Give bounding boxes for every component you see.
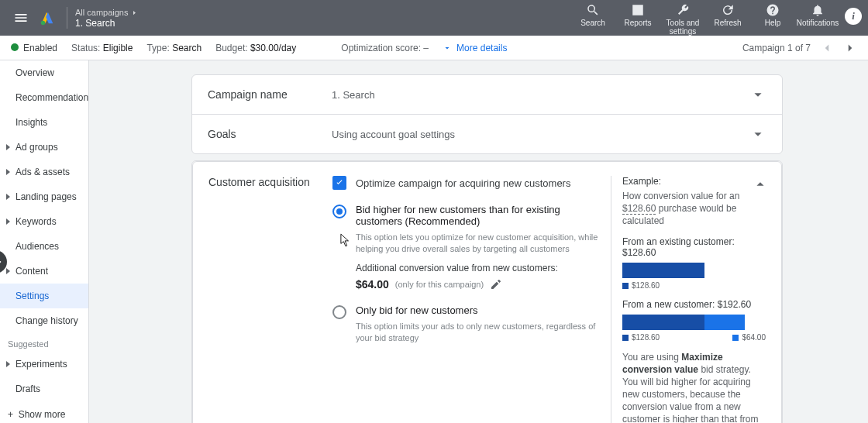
mouse-cursor-icon — [340, 233, 351, 247]
status: Status: Eligible — [71, 43, 133, 53]
example-desc: How conversion value for an $128.60 purc… — [622, 190, 766, 227]
chevron-down-icon[interactable] — [749, 86, 766, 103]
tool-search[interactable]: Search — [570, 3, 615, 27]
optimization-score: Optimization score: – — [341, 43, 429, 53]
sidebar-show-more[interactable]: + Show more — [0, 401, 88, 423]
prev-campaign-button — [820, 41, 834, 55]
sidebar-item-ad-groups[interactable]: Ad groups — [0, 135, 88, 160]
tool-reports[interactable]: Reports — [615, 3, 660, 27]
existing-bar: $128.60 — [622, 263, 766, 290]
goals-row[interactable]: Goals Using account goal settings — [192, 114, 782, 153]
sidebar-item-overview[interactable]: Overview — [0, 60, 88, 85]
menu-icon[interactable] — [6, 0, 36, 36]
status-dot-icon — [11, 43, 19, 51]
sidebar-item-landing-pages[interactable]: Landing pages — [0, 184, 88, 209]
campaign-pager-text: Campaign 1 of 7 — [742, 43, 811, 53]
left-sidebar: Overview Recommendations Insights Ad gro… — [0, 60, 89, 423]
tool-help[interactable]: Help — [750, 3, 795, 27]
example-note: You are using Maximize conversion value … — [622, 351, 766, 423]
edit-icon[interactable] — [490, 278, 502, 291]
divider — [67, 7, 67, 29]
settings-panels: Campaign name 1. Search Goals Using acco… — [191, 74, 783, 154]
sidebar-suggested-label: Suggested — [0, 333, 88, 352]
sidebar-item-keywords[interactable]: Keywords — [0, 209, 88, 234]
optimize-checkbox-row[interactable]: Optimize campaign for acquiring new cust… — [332, 176, 601, 190]
bar-chart-icon — [631, 3, 645, 17]
chevron-right-icon — [0, 257, 5, 267]
refresh-icon — [721, 3, 735, 17]
card-options: Optimize campaign for acquiring new cust… — [332, 176, 611, 423]
campaign-name-row[interactable]: Campaign name 1. Search — [192, 75, 782, 114]
sidebar-item-experiments[interactable]: Experiments — [0, 352, 88, 377]
more-details-toggle[interactable]: More details — [443, 43, 507, 53]
google-ads-logo — [36, 0, 59, 36]
customer-acquisition-card: Customer acquisition Optimize campaign f… — [191, 160, 783, 423]
svg-point-0 — [41, 21, 46, 25]
wrench-icon — [676, 3, 690, 17]
chevron-right-icon — [131, 9, 138, 16]
main-content: Campaign name 1. Search Goals Using acco… — [89, 60, 868, 423]
chevron-down-icon[interactable] — [749, 126, 766, 143]
option-only-new-row[interactable]: Only bid for new customers This option l… — [332, 304, 601, 344]
search-icon — [586, 3, 600, 17]
sidebar-item-audiences[interactable]: Audiences — [0, 234, 88, 259]
chevron-up-icon[interactable] — [752, 176, 769, 193]
option-bid-higher-row[interactable]: Bid higher for new customers than for ex… — [332, 204, 601, 291]
sidebar-item-recommendations[interactable]: Recommendations — [0, 85, 88, 110]
sidebar-item-change-history[interactable]: Change history — [0, 308, 88, 333]
tool-notifications[interactable]: Notifications — [795, 3, 840, 27]
chevron-down-icon — [443, 43, 452, 53]
header-tools: Search Reports Tools and settings Refres… — [570, 0, 862, 36]
new-bar: $128.60$64.00 — [622, 315, 766, 342]
radio-unselected-icon[interactable] — [332, 305, 346, 319]
info-badge[interactable]: i — [845, 8, 862, 25]
next-campaign-button[interactable] — [843, 41, 857, 55]
sidebar-item-drafts[interactable]: Drafts — [0, 377, 88, 401]
checkbox-checked-icon[interactable] — [332, 176, 346, 190]
sidebar-item-ads-assets[interactable]: Ads & assets — [0, 160, 88, 184]
budget: Budget: $30.00/day — [215, 43, 296, 53]
status-bar: Enabled Status: Eligible Type: Search Bu… — [0, 36, 868, 60]
additional-value: $64.00 (only for this campaign) — [356, 278, 601, 291]
sidebar-item-settings[interactable]: Settings — [0, 284, 88, 308]
example-panel: Example: How conversion value for an $12… — [611, 176, 766, 423]
radio-selected-icon[interactable] — [332, 205, 346, 218]
help-icon — [766, 3, 780, 17]
body-area: Overview Recommendations Insights Ad gro… — [0, 60, 868, 423]
breadcrumb-current[interactable]: 1. Search — [75, 18, 138, 29]
tool-refresh[interactable]: Refresh — [705, 3, 750, 27]
tool-tools-settings[interactable]: Tools and settings — [660, 3, 705, 36]
breadcrumb-top[interactable]: All campaigns — [75, 7, 128, 18]
top-header: All campaigns 1. Search Search Reports T… — [0, 0, 868, 36]
section-title: Customer acquisition — [208, 176, 332, 423]
type: Type: Search — [146, 43, 202, 53]
bell-icon — [811, 3, 825, 17]
breadcrumb[interactable]: All campaigns 1. Search — [75, 7, 138, 29]
status-enabled[interactable]: Enabled — [11, 43, 57, 53]
sidebar-item-insights[interactable]: Insights — [0, 110, 88, 135]
sidebar-item-content[interactable]: Content — [0, 259, 88, 284]
